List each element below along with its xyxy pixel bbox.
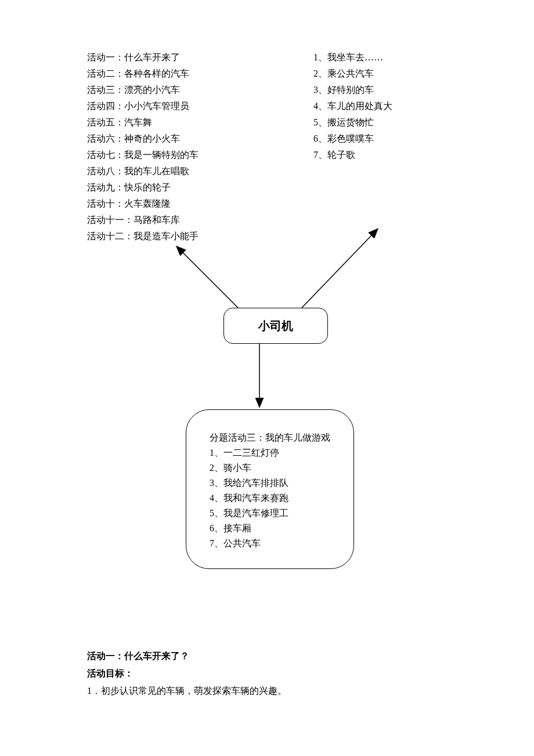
list-item: 1、我坐车去…… (313, 49, 392, 66)
list-item: 4、车儿的用处真大 (313, 98, 392, 114)
bottom-node: 分题活动三：我的车儿做游戏 1、一二三红灯停 2、骑小车 3、我给汽车排排队 4… (186, 409, 354, 569)
footer-title: 活动一：什么车开来了？ (87, 647, 287, 665)
list-item: 活动七：我是一辆特别的车 (87, 147, 199, 163)
activity-list-right: 1、我坐车去…… 2、乘公共汽车 3、好特别的车 4、车儿的用处真大 5、搬运货… (313, 49, 392, 163)
footer-subtitle: 活动目标： (87, 665, 287, 682)
list-item: 2、乘公共汽车 (313, 66, 392, 82)
list-item: 6、接车厢 (210, 521, 336, 536)
list-item: 6、彩色噗噗车 (313, 131, 392, 147)
list-item: 活动四：小小汽车管理员 (87, 98, 199, 114)
list-item: 活动十二：我是造车小能手 (87, 228, 199, 244)
list-item: 3、好特别的车 (313, 82, 392, 98)
list-item: 7、公共汽车 (210, 536, 336, 551)
center-node: 小司机 (223, 308, 328, 344)
footer-body: 1．初步认识常见的车辆，萌发探索车辆的兴趣。 (87, 682, 287, 700)
list-item: 5、我是汽车修理工 (210, 506, 336, 521)
list-item: 活动八：我的车儿在唱歌 (87, 163, 199, 179)
arrow-to-left-list (177, 247, 238, 308)
list-item: 活动二：各种各样的汽车 (87, 66, 199, 82)
footer-section: 活动一：什么车开来了？ 活动目标： 1．初步认识常见的车辆，萌发探索车辆的兴趣。 (87, 647, 287, 700)
list-item: 活动十一：马路和车库 (87, 212, 199, 228)
activity-list-left: 活动一：什么车开来了 活动二：各种各样的汽车 活动三：漂亮的小汽车 活动四：小小… (87, 49, 199, 244)
list-item: 3、我给汽车排排队 (210, 476, 336, 491)
center-node-label: 小司机 (258, 318, 293, 334)
list-item: 活动十：火车轰隆隆 (87, 196, 199, 212)
list-item: 5、搬运货物忙 (313, 114, 392, 131)
list-item: 活动六：神奇的小火车 (87, 131, 199, 147)
list-item: 4、我和汽车来赛跑 (210, 491, 336, 506)
diagram-arrows (0, 0, 534, 756)
list-item: 活动五：汽车舞 (87, 114, 199, 131)
bottom-node-title: 分题活动三：我的车儿做游戏 (210, 430, 336, 445)
arrow-to-right-list (302, 229, 377, 308)
list-item: 2、骑小车 (210, 460, 336, 476)
list-item: 1、一二三红灯停 (210, 445, 336, 460)
list-item: 活动三：漂亮的小汽车 (87, 82, 199, 98)
list-item: 活动一：什么车开来了 (87, 49, 199, 66)
list-item: 活动九：快乐的轮子 (87, 179, 199, 196)
list-item: 7、轮子歌 (313, 147, 392, 163)
